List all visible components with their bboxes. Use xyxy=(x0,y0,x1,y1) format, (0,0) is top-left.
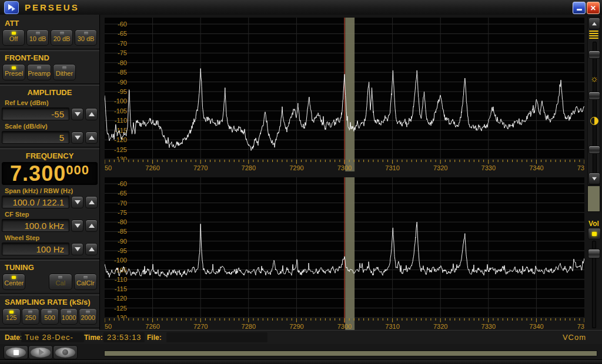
led-indicator xyxy=(83,276,88,279)
led-indicator xyxy=(36,32,40,35)
led-indicator xyxy=(86,311,90,314)
front-end-header: FRONT-END xyxy=(5,53,99,62)
triangle-down-icon xyxy=(75,200,81,204)
svg-text:7260: 7260 xyxy=(145,164,159,171)
button-face xyxy=(6,348,26,358)
wheel-step-down-button[interactable] xyxy=(71,243,83,255)
stop-button[interactable] xyxy=(4,345,28,359)
svg-text:7280: 7280 xyxy=(242,323,256,330)
tuning-header: TUNING xyxy=(5,263,99,272)
secondary-spectrum-plot[interactable]: -60-65-70-75-80-85-90-95-100-105-110-115… xyxy=(105,177,584,318)
record-button[interactable] xyxy=(53,345,78,359)
brightness-slider-handle[interactable] xyxy=(588,92,600,100)
playback-controls-row xyxy=(0,344,602,359)
main-spectrum-plot[interactable]: -60-65-70-75-80-85-90-95-100-105-110-115… xyxy=(105,18,584,160)
contrast-slider-handle[interactable] xyxy=(588,146,600,154)
vol-label: Vol xyxy=(586,220,602,228)
date-value: Tue 28-Dec-2010 xyxy=(21,332,84,342)
led-indicator xyxy=(48,311,52,314)
svg-text:-60: -60 xyxy=(118,180,127,187)
rate-250-button[interactable]: 250 xyxy=(22,308,40,325)
triangle-down-icon xyxy=(75,136,81,140)
svg-text:7330: 7330 xyxy=(481,323,496,330)
frequency-main-digits: 7.300 xyxy=(10,163,66,184)
triangle-up-icon xyxy=(592,22,597,25)
span-field[interactable]: 100.0 / 122.1 xyxy=(2,196,69,208)
svg-text:-75: -75 xyxy=(118,49,127,56)
waterfall-color-swatch xyxy=(587,186,600,212)
vol-mute-button[interactable] xyxy=(588,228,601,240)
led-indicator xyxy=(62,66,66,69)
span-up-button[interactable] xyxy=(85,196,98,208)
ref-lev-field[interactable]: -55 xyxy=(2,107,69,120)
cal-button[interactable]: Cal xyxy=(49,274,72,290)
display-control-strip: ☼ xyxy=(587,16,600,185)
record-icon xyxy=(62,349,68,355)
svg-text:-65: -65 xyxy=(118,190,127,197)
scale-down-button[interactable] xyxy=(71,132,83,144)
close-icon: ✕ xyxy=(590,5,596,12)
app-title: PERSEUS xyxy=(25,2,79,12)
divider xyxy=(0,83,99,86)
wheel-step-field[interactable]: 100 Hz xyxy=(2,242,69,255)
minimize-icon xyxy=(577,9,582,11)
led-indicator xyxy=(60,32,64,35)
ref-lev-up-button[interactable] xyxy=(85,108,98,120)
cf-step-down-button[interactable] xyxy=(71,220,83,232)
rate-2000-button[interactable]: 2000 xyxy=(79,308,97,325)
spectrum-slider-handle[interactable] xyxy=(588,50,600,59)
svg-text:7290: 7290 xyxy=(289,164,303,171)
minimize-button[interactable] xyxy=(573,2,586,14)
scroll-down-button[interactable] xyxy=(588,173,600,184)
calclr-button[interactable]: CalClr xyxy=(74,274,97,290)
svg-text:-110: -110 xyxy=(115,117,127,124)
svg-text:7270: 7270 xyxy=(193,164,208,171)
spectrum-area: -60-65-70-75-80-85-90-95-100-105-110-115… xyxy=(100,15,602,330)
rate-500-button[interactable]: 500 xyxy=(41,308,59,325)
svg-text:7350: 7350 xyxy=(577,323,584,330)
scale-field[interactable]: 5 xyxy=(2,131,69,144)
att-10db-button[interactable]: 10 dB xyxy=(26,29,49,46)
svg-text:-130: -130 xyxy=(114,156,127,160)
playback-progress-bar[interactable] xyxy=(104,350,597,356)
dither-button[interactable]: Dither xyxy=(53,64,76,80)
svg-text:-125: -125 xyxy=(114,146,127,153)
svg-text:-80: -80 xyxy=(118,218,127,225)
cf-step-up-button[interactable] xyxy=(85,220,98,232)
svg-text:7270: 7270 xyxy=(193,323,208,330)
scale-up-button[interactable] xyxy=(85,132,98,144)
play-button[interactable] xyxy=(28,345,53,359)
preamp-button[interactable]: Preamp xyxy=(27,64,51,80)
center-tuning-button[interactable]: Center xyxy=(2,274,25,290)
svg-text:7260: 7260 xyxy=(145,323,159,330)
svg-text:-100: -100 xyxy=(114,97,127,105)
svg-text:-85: -85 xyxy=(118,228,127,235)
triangle-down-icon xyxy=(75,224,81,228)
ref-lev-row: -55 xyxy=(0,107,99,120)
scroll-up-button[interactable] xyxy=(588,18,600,29)
perseus-logo-icon[interactable] xyxy=(4,1,19,14)
frequency-display[interactable]: 7.300 000 xyxy=(2,162,98,185)
presel-button[interactable]: Presel xyxy=(2,64,25,80)
rate-1000-button[interactable]: 1000 xyxy=(60,308,78,325)
logo-glyph xyxy=(6,3,17,12)
window-bottom-edge xyxy=(0,359,602,364)
att-30db-button[interactable]: 30 dB xyxy=(75,29,97,46)
led-indicator xyxy=(9,311,14,314)
svg-text:7290: 7290 xyxy=(289,323,303,330)
led-indicator xyxy=(12,66,16,69)
att-off-button[interactable]: Off xyxy=(2,29,25,46)
volume-slider-handle[interactable] xyxy=(588,249,600,258)
rate-125-button[interactable]: 125 xyxy=(2,308,21,325)
cf-step-field[interactable]: 100.0 kHz xyxy=(2,219,69,232)
divider xyxy=(0,147,99,149)
amplitude-header: AMPLITUDE xyxy=(0,88,99,97)
span-down-button[interactable] xyxy=(71,196,83,208)
divider xyxy=(0,258,99,261)
att-20db-button[interactable]: 20 dB xyxy=(51,29,73,46)
close-button[interactable]: ✕ xyxy=(587,2,600,14)
svg-text:7340: 7340 xyxy=(529,323,543,330)
svg-text:-70: -70 xyxy=(118,200,127,207)
ref-lev-down-button[interactable] xyxy=(71,108,83,120)
wheel-step-up-button[interactable] xyxy=(85,243,98,255)
